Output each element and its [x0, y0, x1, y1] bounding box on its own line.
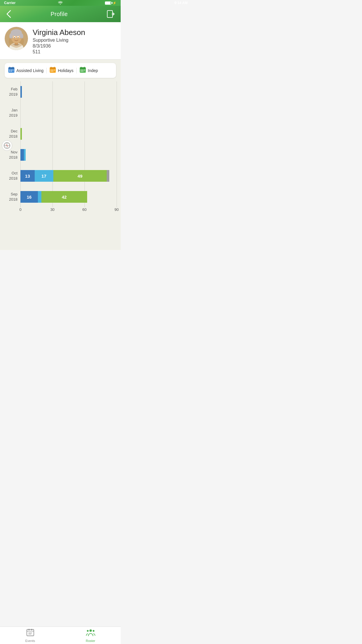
x-axis-label: 30: [50, 207, 55, 212]
bar-segment: [24, 149, 26, 161]
tab-holidays-label: Holidays: [58, 68, 73, 73]
compass-button[interactable]: [2, 140, 12, 151]
svg-rect-32: [81, 67, 82, 68]
bar-segment: 42: [41, 191, 87, 203]
bar-segment: [20, 128, 22, 140]
chart-bars-area: [20, 102, 121, 123]
filter-tabs-wrapper: Assisted Living: [0, 60, 121, 81]
assisted-living-cal-icon: [8, 66, 15, 74]
chart-bars-area: 1642: [20, 186, 121, 207]
divider-1: [46, 68, 47, 74]
x-axis-label: 90: [115, 207, 119, 212]
svg-rect-23: [51, 67, 52, 68]
gridline: [117, 165, 117, 186]
svg-rect-15: [13, 67, 13, 68]
svg-rect-25: [51, 70, 52, 70]
bar-group: [20, 149, 26, 161]
bar-segment: 13: [20, 170, 35, 182]
chart-bars-area: [20, 81, 121, 102]
chart-row-label: Nov2018: [0, 150, 20, 160]
bolt-icon: ⚡: [113, 1, 117, 5]
chart-row-label: Sep2018: [0, 192, 20, 202]
profile-name: Virginia Abeson: [33, 28, 85, 37]
carrier-label: Carrier: [4, 1, 15, 5]
chart-outer: Assisted Living: [0, 60, 121, 250]
svg-rect-37: [81, 71, 82, 71]
svg-rect-34: [81, 70, 82, 70]
bar-segment: 49: [53, 170, 107, 182]
tab-assisted-living-label: Assisted Living: [16, 68, 43, 73]
bar-segment: 16: [20, 191, 38, 203]
chart-row-label: Jan2019: [0, 108, 20, 118]
gridline: [52, 144, 53, 165]
bar-group: 1642: [20, 191, 87, 203]
x-axis: 0306090: [20, 207, 117, 216]
gridline: [85, 144, 85, 165]
bar-segment: [38, 191, 41, 203]
chart-row-label: Oct2018: [0, 171, 20, 181]
svg-rect-16: [9, 70, 10, 70]
gridline: [117, 186, 117, 207]
chart-bars-area: [20, 144, 121, 165]
profile-section: Virginia Abeson Supportive Living 8/3/19…: [0, 22, 121, 60]
filter-tabs: Assisted Living: [5, 63, 116, 78]
svg-rect-17: [11, 70, 12, 70]
chart-row: Nov2018: [0, 144, 121, 165]
svg-rect-26: [52, 70, 53, 70]
divider-2: [76, 68, 77, 74]
chart-body: Feb2019Jan2019Dec2018Nov2018Oct201813174…: [0, 81, 121, 225]
chart-row: Oct2018131749: [0, 165, 121, 186]
svg-rect-36: [84, 70, 85, 70]
x-axis-label: 0: [19, 207, 21, 212]
chart-rows: Feb2019Jan2019Dec2018Nov2018Oct201813174…: [0, 81, 121, 216]
gridline: [52, 81, 53, 102]
bar-group: [20, 86, 22, 98]
bar-group: [20, 128, 22, 140]
back-button[interactable]: [5, 8, 13, 20]
x-axis-label: 60: [82, 207, 87, 212]
chart-scroll-area: Feb2019Jan2019Dec2018Nov2018Oct201813174…: [0, 81, 121, 245]
avatar: [5, 27, 28, 50]
battery-area: ⚡: [105, 1, 117, 5]
svg-rect-20: [11, 71, 12, 71]
tab-indep[interactable]: Indep: [80, 66, 98, 75]
page-title: Profile: [51, 11, 68, 18]
gridline: [117, 144, 117, 165]
svg-rect-24: [54, 67, 55, 68]
bar-segment: [20, 149, 24, 161]
gridline: [20, 102, 21, 123]
bar-segment: 17: [35, 170, 53, 182]
logout-button[interactable]: [106, 9, 116, 19]
bar-group: 131749: [20, 170, 109, 182]
profile-community: Supportive Living: [33, 38, 85, 43]
svg-rect-28: [51, 71, 52, 71]
tab-assisted-living[interactable]: Assisted Living: [8, 66, 43, 75]
profile-info: Virginia Abeson Supportive Living 8/3/19…: [33, 27, 85, 55]
chart-row: Jan2019: [0, 102, 121, 123]
svg-rect-14: [9, 67, 10, 68]
tab-indep-label: Indep: [88, 68, 98, 73]
indep-cal-icon: [80, 66, 86, 74]
tab-holidays[interactable]: Holidays: [50, 66, 73, 75]
gridline: [52, 102, 53, 123]
svg-rect-19: [9, 71, 10, 71]
profile-dob: 8/3/1936: [33, 43, 85, 49]
gridline: [85, 81, 85, 102]
svg-rect-27: [54, 70, 55, 70]
chart-bars-area: 131749: [20, 165, 121, 186]
svg-rect-35: [82, 70, 83, 70]
wifi-icon: [58, 1, 63, 5]
gridline: [117, 81, 117, 102]
chart-row-label: Dec2018: [0, 129, 20, 139]
chart-row: Dec2018: [0, 123, 121, 144]
bar-segment: [20, 86, 22, 98]
svg-rect-18: [13, 70, 13, 70]
chart-row: Feb2019: [0, 81, 121, 102]
profile-room: 511: [33, 49, 85, 55]
svg-rect-29: [52, 71, 53, 71]
bar-segment: [107, 170, 109, 182]
gridline: [117, 123, 117, 144]
gridline: [117, 102, 117, 123]
gridline: [52, 123, 53, 144]
svg-rect-38: [82, 71, 83, 71]
